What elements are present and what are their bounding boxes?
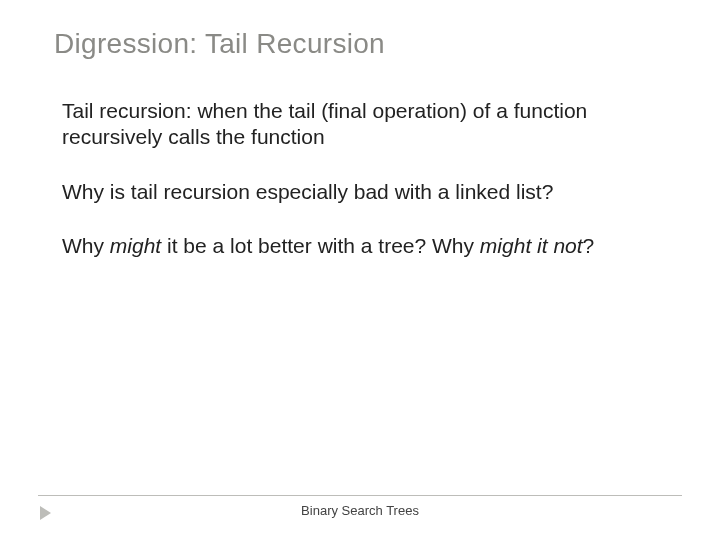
list-item: Tail recursion: when the tail (final ope…: [40, 98, 680, 151]
bullet-text: Why might it be a lot better with a tree…: [62, 233, 680, 259]
bullet-text: Why is tail recursion especially bad wit…: [62, 179, 680, 205]
text-emphasis: might: [110, 234, 161, 257]
footer-label: Binary Search Trees: [0, 503, 720, 518]
bullet-icon: [40, 233, 62, 238]
bullet-icon: [40, 179, 62, 184]
text-emphasis: might it not: [480, 234, 583, 257]
text-run: it be a lot better with a tree? Why: [161, 234, 480, 257]
text-run: ?: [583, 234, 595, 257]
divider: [38, 495, 682, 496]
slide-title: Digression: Tail Recursion: [54, 28, 385, 60]
list-item: Why is tail recursion especially bad wit…: [40, 179, 680, 205]
bullet-icon: [40, 98, 62, 103]
list-item: Why might it be a lot better with a tree…: [40, 233, 680, 259]
text-run: Why: [62, 234, 110, 257]
bullet-text: Tail recursion: when the tail (final ope…: [62, 98, 680, 151]
slide-body: Tail recursion: when the tail (final ope…: [40, 98, 680, 287]
